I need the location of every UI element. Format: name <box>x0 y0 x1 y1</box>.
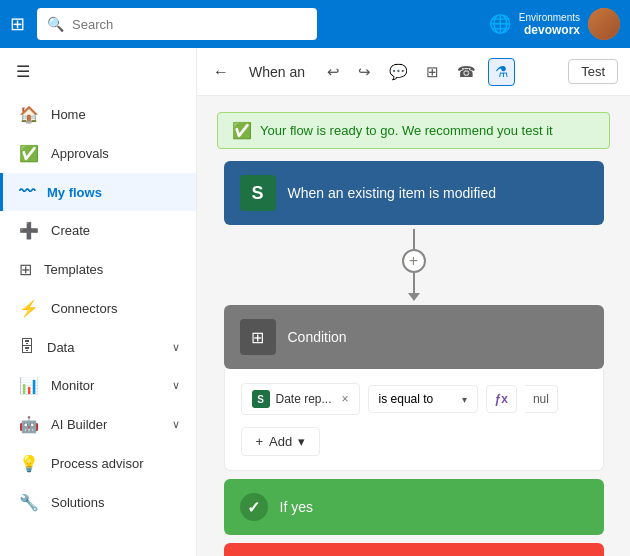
solutions-icon: 🔧 <box>19 493 39 512</box>
monitor-chevron: ∨ <box>172 379 180 392</box>
fx-icon: ƒx <box>495 392 508 406</box>
home-icon: 🏠 <box>19 105 39 124</box>
topbar-right: 🌐 Environments devoworx <box>489 8 620 40</box>
add-condition-button[interactable]: + Add ▾ <box>241 427 321 456</box>
add-label: Add <box>269 434 292 449</box>
sidebar-item-approvals-label: Approvals <box>51 146 109 161</box>
trigger-node[interactable]: S When an existing item is modified <box>224 161 604 225</box>
condition-node-header[interactable]: ⊞ Condition <box>224 305 604 369</box>
success-icon: ✅ <box>232 121 252 140</box>
success-banner: ✅ Your flow is ready to go. We recommend… <box>217 112 610 149</box>
condition-icon: ⊞ <box>240 319 276 355</box>
if-yes-label: If yes <box>280 499 313 515</box>
undo-button[interactable]: ↩ <box>321 59 346 85</box>
sidebar-item-processadvisor[interactable]: 💡 Process advisor <box>0 444 196 483</box>
data-icon: 🗄 <box>19 338 35 356</box>
env-label: Environments <box>519 12 580 23</box>
condition-operator-label: is equal to <box>379 392 434 406</box>
phone-button[interactable]: ☎ <box>451 59 482 85</box>
condition-container: ⊞ Condition S Date rep... × is equal to … <box>224 305 604 471</box>
avatar-image <box>588 8 620 40</box>
sidebar-item-solutions[interactable]: 🔧 Solutions <box>0 483 196 522</box>
connectors-icon: ⚡ <box>19 299 39 318</box>
sidebar-item-solutions-label: Solutions <box>51 495 104 510</box>
sidebar-item-aibuilder-label: AI Builder <box>51 417 107 432</box>
environments-icon: 🌐 <box>489 13 511 35</box>
sidebar-item-create-label: Create <box>51 223 90 238</box>
test-button[interactable]: Test <box>568 59 618 84</box>
sidebar-item-connectors-label: Connectors <box>51 301 117 316</box>
topbar: ⊞ 🔍 🌐 Environments devoworx <box>0 0 630 48</box>
if-no-container: ✕ If no <box>224 539 604 556</box>
connector-line-1 <box>413 229 415 249</box>
content-area: ← When an ↩ ↪ 💬 ⊞ ☎ ⚗ Test ✅ Your flow i… <box>197 48 630 556</box>
sidebar-item-templates-label: Templates <box>44 262 103 277</box>
trigger-icon: S <box>240 175 276 211</box>
flask-button[interactable]: ⚗ <box>488 58 515 86</box>
sidebar-item-data-label: Data <box>47 340 74 355</box>
sidebar-item-templates[interactable]: ⊞ Templates <box>0 250 196 289</box>
operator-chevron-icon: ▾ <box>462 394 467 405</box>
condition-field-close[interactable]: × <box>342 392 349 406</box>
condition-label: Condition <box>288 329 347 345</box>
condition-value[interactable]: nul <box>525 385 558 413</box>
if-no-node[interactable]: ✕ If no <box>224 543 604 556</box>
condition-fx-button[interactable]: ƒx <box>486 385 517 413</box>
sidebar-item-data[interactable]: 🗄 Data ∨ <box>0 328 196 366</box>
env-name: devoworx <box>524 23 580 37</box>
myflows-icon: 〰 <box>19 183 35 201</box>
condition-operator-dropdown[interactable]: is equal to ▾ <box>368 385 478 413</box>
comment-button[interactable]: 💬 <box>383 59 414 85</box>
back-button[interactable]: ← <box>209 59 233 85</box>
sidebar-item-approvals[interactable]: ✅ Approvals <box>0 134 196 173</box>
condition-field-icon: S <box>252 390 270 408</box>
flow-title: When an <box>249 64 305 80</box>
aibuilder-icon: 🤖 <box>19 415 39 434</box>
sidebar-item-processadvisor-label: Process advisor <box>51 456 143 471</box>
grid-icon[interactable]: ⊞ <box>10 13 25 35</box>
sidebar-item-home[interactable]: 🏠 Home <box>0 95 196 134</box>
toolbar-actions: ↩ ↪ 💬 ⊞ ☎ ⚗ <box>321 58 515 86</box>
sidebar-item-myflows-label: My flows <box>47 185 102 200</box>
zoom-button[interactable]: ⊞ <box>420 59 445 85</box>
trigger-node-header[interactable]: S When an existing item is modified <box>224 161 604 225</box>
add-icon: + <box>256 434 264 449</box>
flow-toolbar: ← When an ↩ ↪ 💬 ⊞ ☎ ⚗ Test <box>197 48 630 96</box>
templates-icon: ⊞ <box>19 260 32 279</box>
condition-row: S Date rep... × is equal to ▾ ƒx nul <box>241 383 587 415</box>
search-input[interactable] <box>72 17 307 32</box>
environment-info[interactable]: Environments devoworx <box>519 12 580 37</box>
sidebar-item-aibuilder[interactable]: 🤖 AI Builder ∨ <box>0 405 196 444</box>
if-yes-container: ✓ If yes <box>224 477 604 535</box>
sidebar-item-home-label: Home <box>51 107 86 122</box>
redo-button[interactable]: ↪ <box>352 59 377 85</box>
sidebar-item-connectors[interactable]: ⚡ Connectors <box>0 289 196 328</box>
monitor-icon: 📊 <box>19 376 39 395</box>
connector-line-2 <box>413 273 415 293</box>
connector-arrow-1 <box>408 293 420 301</box>
approvals-icon: ✅ <box>19 144 39 163</box>
flow-connector-1: + <box>402 225 426 305</box>
search-box[interactable]: 🔍 <box>37 8 317 40</box>
if-yes-icon: ✓ <box>240 493 268 521</box>
sidebar-item-create[interactable]: ➕ Create <box>0 211 196 250</box>
sidebar-item-myflows[interactable]: 〰 My flows <box>0 173 196 211</box>
trigger-label: When an existing item is modified <box>288 185 497 201</box>
flow-canvas: ✅ Your flow is ready to go. We recommend… <box>197 96 630 556</box>
condition-field-tag[interactable]: S Date rep... × <box>241 383 360 415</box>
aibuilder-chevron: ∨ <box>172 418 180 431</box>
create-icon: ➕ <box>19 221 39 240</box>
condition-field-label: Date rep... <box>276 392 332 406</box>
condition-body: S Date rep... × is equal to ▾ ƒx nul <box>224 369 604 471</box>
processadvisor-icon: 💡 <box>19 454 39 473</box>
add-chevron-icon: ▾ <box>298 434 305 449</box>
if-yes-node[interactable]: ✓ If yes <box>224 479 604 535</box>
data-chevron: ∨ <box>172 341 180 354</box>
search-icon: 🔍 <box>47 16 64 32</box>
sidebar-item-monitor[interactable]: 📊 Monitor ∨ <box>0 366 196 405</box>
success-message: Your flow is ready to go. We recommend y… <box>260 123 553 138</box>
hamburger-button[interactable]: ☰ <box>0 48 196 95</box>
sidebar-item-monitor-label: Monitor <box>51 378 94 393</box>
add-step-button[interactable]: + <box>402 249 426 273</box>
avatar[interactable] <box>588 8 620 40</box>
